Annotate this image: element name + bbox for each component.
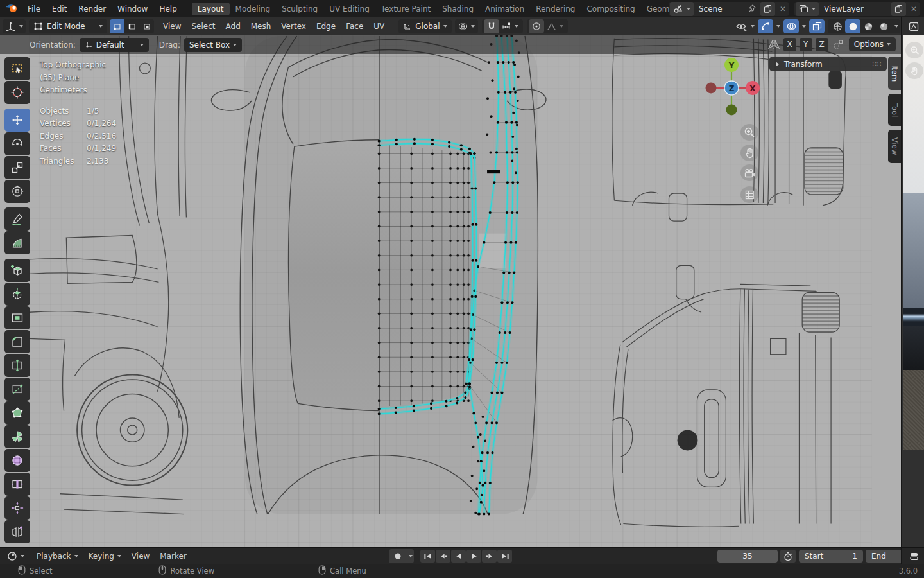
next-keyframe-button[interactable] [482,550,497,563]
navigation-gizmo[interactable]: Y X Z [699,49,764,121]
scene-browse-icon[interactable] [670,2,694,16]
viewport-menu-add[interactable]: Add [221,22,246,31]
sidebar-tab-view[interactable]: View [888,130,901,163]
mirror-z-button[interactable]: Z [816,38,828,51]
viewport-menu-vertex[interactable]: Vertex [276,22,311,31]
mirror-x-button[interactable]: X [783,38,796,51]
viewport-menu-edge[interactable]: Edge [311,22,341,31]
topbar-menu-file[interactable]: File [22,4,46,13]
options-dropdown[interactable]: Options [849,37,896,51]
mirror-y-button[interactable]: Y [800,38,812,51]
camera-view-button[interactable] [739,163,760,182]
workspace-tab-layout[interactable]: Layout [192,3,230,15]
transform-panel-header[interactable]: Transform ∷∷ [769,57,887,71]
editor-type-icon[interactable] [909,22,919,31]
record-options-chevron[interactable] [409,555,413,557]
snap-toggle[interactable] [484,19,499,33]
zoom-view-button[interactable] [739,123,760,142]
viewport-menu-uv[interactable]: UV [368,22,389,31]
timeline-menu-playback[interactable]: Playback [31,552,83,561]
editor-type-button[interactable] [3,19,26,33]
select-box-tool-button[interactable] [4,57,30,80]
pin-icon[interactable] [744,2,759,16]
right-pane-header[interactable] [901,17,924,35]
gizmo-x-neg[interactable] [706,83,717,94]
bevel-tool-button[interactable] [4,330,30,353]
viewport-menu-view[interactable]: View [158,22,186,31]
play-reverse-button[interactable] [451,550,466,563]
poly-build-tool-button[interactable] [4,401,30,425]
viewport-canvas[interactable] [0,35,901,547]
shading-material-button[interactable] [860,19,876,33]
unlink-scene-icon[interactable]: ✕ [776,2,789,16]
visibility-dropdown[interactable] [735,21,755,31]
sidebar-tab-tool[interactable]: Tool [888,94,901,126]
blender-logo-icon[interactable] [5,3,18,15]
sidebar-tab-item[interactable]: Item [888,57,901,90]
pan-view-button[interactable] [739,143,760,162]
move-tool-button[interactable] [4,109,30,132]
reference-image-pane[interactable] [901,35,924,547]
jump-to-start-button[interactable] [420,550,435,563]
viewport-menu-select[interactable]: Select [186,22,220,31]
inset-faces-tool-button[interactable] [4,306,30,329]
topbar-menu-window[interactable]: Window [112,4,153,13]
topbar-menu-help[interactable]: Help [153,4,182,13]
current-frame-field[interactable]: 35 [717,550,778,563]
record-button[interactable] [390,550,405,563]
frame-start-field[interactable]: Start 1 [799,550,863,563]
jump-to-end-button[interactable] [497,550,512,563]
workspace-tab-animation[interactable]: Animation [479,3,530,15]
transform-tool-button[interactable] [4,180,30,203]
timeline-menu-keying[interactable]: Keying [83,552,126,561]
workspace-tab-texture-paint[interactable]: Texture Paint [375,3,436,15]
editor-type-icon-small[interactable] [909,552,919,561]
orientation-dropdown[interactable]: Default [80,38,149,52]
viewlayer-name[interactable]: ViewLayer [820,4,868,13]
annotate-tool-button[interactable] [4,207,30,231]
drag-dropdown[interactable]: Select Box [184,38,242,52]
loop-cut-tool-button[interactable] [4,354,30,377]
workspace-tab-compositing[interactable]: Compositing [581,3,640,15]
play-button[interactable] [466,550,481,563]
viewport-menu-face[interactable]: Face [341,22,368,31]
perspective-toggle-button[interactable] [739,185,760,204]
timeline-editor-button[interactable] [4,549,28,563]
right-pane-footer[interactable] [901,547,924,565]
topbar-menu-edit[interactable]: Edit [46,4,73,13]
new-viewlayer-icon[interactable] [891,2,906,16]
spin-tool-button[interactable] [4,425,30,448]
shading-solid-button[interactable] [845,19,860,33]
measure-tool-button[interactable] [4,231,30,254]
panel-grip[interactable]: ∷∷ [872,60,882,67]
face-select-button[interactable] [139,19,154,33]
workspace-tab-sculpting[interactable]: Sculpting [276,3,323,15]
mode-dropdown[interactable]: Edit Mode [29,19,107,33]
remove-viewlayer-icon[interactable]: ✕ [907,2,920,16]
shading-wireframe-button[interactable] [830,19,845,33]
gizmo-y-neg[interactable] [726,105,737,116]
pan-view-button-small[interactable] [904,61,924,80]
mesh-shaded-region[interactable] [288,140,475,410]
new-scene-icon[interactable] [760,2,775,16]
edge-slide-tool-button[interactable] [4,473,30,496]
cursor-tool-button[interactable] [4,81,30,104]
viewlayer-selector[interactable]: ViewLayer ✕ [794,2,920,16]
knife-tool-button[interactable] [4,378,30,401]
xray-toggle[interactable] [809,19,825,33]
viewlayer-browse-icon[interactable] [796,2,819,16]
viewport-3d[interactable]: Orientation: Default Drag: Select Box X … [0,35,901,547]
proportional-editing-toggle[interactable] [529,19,544,33]
edge-select-button[interactable] [124,19,139,33]
snap-settings-dropdown[interactable] [499,19,521,33]
workspace-tab-rendering[interactable]: Rendering [530,3,581,15]
gizmos-toggle[interactable] [758,19,773,33]
topbar-menu-render[interactable]: Render [73,4,112,13]
timeline-menu-view[interactable]: View [126,552,155,561]
workspace-tab-shading[interactable]: Shading [436,3,479,15]
viewport-menu-mesh[interactable]: Mesh [246,22,277,31]
scene-selector[interactable]: Scene ✕ [669,2,789,16]
shrink-fatten-tool-button[interactable] [4,496,30,520]
preview-range-button[interactable] [780,550,796,563]
rotate-tool-button[interactable] [4,132,30,155]
